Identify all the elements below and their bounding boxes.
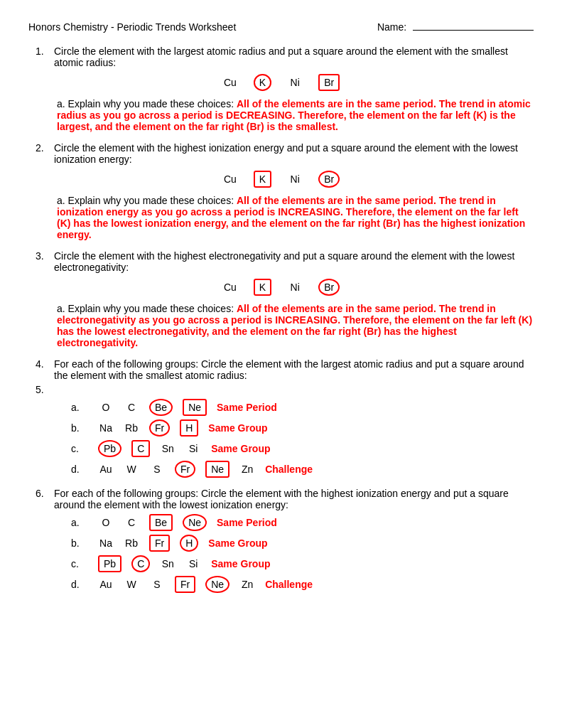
element-row: c.PbCSnSiSame Group [71, 555, 534, 572]
question-block: 2.Circle the element with the highest io… [28, 142, 534, 240]
explain-prefix: Explain why you made these choices: [68, 303, 237, 314]
question-text: Circle the element with the largest atom… [54, 46, 534, 68]
element-symbol: Sn [160, 558, 175, 569]
element-symbol: Ne [205, 461, 229, 478]
element-symbol: O [98, 517, 114, 528]
question-text: Circle the element with the highest ioni… [54, 142, 534, 165]
worksheet-title: Honors Chemistry - Periodic Trends Works… [28, 21, 236, 33]
element-symbol: Fr [175, 461, 195, 478]
element-symbol: Ne [183, 514, 207, 531]
element-symbol: Si [185, 443, 201, 454]
element-symbol: W [124, 464, 139, 475]
header: Honors Chemistry - Periodic Trends Works… [28, 21, 534, 33]
row-letter: a. [71, 402, 88, 413]
element-symbol: Br [318, 74, 340, 91]
question-block: 6.For each of the following groups: Circ… [28, 488, 534, 593]
question-block: 3.Circle the element with the highest el… [28, 250, 534, 348]
question-row: 2.Circle the element with the highest io… [28, 142, 534, 165]
row-letter: d. [71, 464, 88, 475]
row-label: Same Group [211, 443, 270, 454]
row-label: Same Group [208, 422, 267, 434]
question-block: 1.Circle the element with the largest at… [28, 46, 534, 132]
element-symbol: S [149, 464, 165, 475]
row-label: Challenge [265, 464, 313, 475]
element-row: a.OCBeNeSame Period [71, 399, 534, 416]
explain-label: a. [57, 195, 68, 206]
element-symbol: K [254, 171, 271, 188]
question-number: 1. [36, 46, 50, 68]
element-symbol: Rb [124, 422, 139, 434]
element-symbol: Zn [239, 579, 255, 590]
elements-row: CuKNiBr [28, 279, 534, 296]
element-symbol: Ni [287, 282, 303, 293]
row-letter: a. [71, 517, 88, 528]
element-symbol: Cu [222, 173, 238, 185]
element-symbol: C [124, 517, 139, 528]
row-letter: c. [71, 443, 88, 454]
row-label: Same Period [217, 402, 277, 413]
element-row: d.AuWSFrNeZnChallenge [71, 576, 534, 593]
element-symbol: H [180, 419, 198, 437]
element-symbol: S [149, 579, 165, 590]
element-symbol: Fr [149, 535, 170, 552]
explain-block: a. Explain why you made these choices: A… [28, 98, 534, 132]
element-symbol: Pb [98, 555, 121, 572]
element-symbol: Be [149, 514, 173, 531]
question-block: 4.For each of the following groups: Circ… [28, 358, 534, 478]
question-number: 3. [36, 250, 50, 273]
element-symbol: Fr [149, 419, 170, 437]
element-symbol: C [131, 440, 150, 457]
explain-prefix: Explain why you made these choices: [68, 195, 237, 206]
question-text: For each of the following groups: Circle… [54, 358, 534, 381]
explain-block: a. Explain why you made these choices: A… [28, 195, 534, 240]
element-symbol: W [124, 579, 139, 590]
element-symbol: Rb [124, 537, 139, 549]
row-letter: d. [71, 579, 88, 590]
element-symbol: C [124, 402, 139, 413]
element-symbol: Ni [287, 77, 303, 88]
explain-label: a. [57, 98, 68, 109]
element-row: b.NaRbFrHSame Group [71, 419, 534, 437]
element-symbol: Au [98, 464, 114, 475]
element-row: b.NaRbFrHSame Group [71, 535, 534, 552]
element-symbol: Na [98, 537, 114, 549]
element-symbol: Ni [287, 173, 303, 185]
element-symbol: Be [149, 399, 173, 416]
element-symbol: H [180, 535, 198, 552]
row-letter: b. [71, 422, 88, 434]
element-row: c.PbCSnSiSame Group [71, 440, 534, 457]
question-row: 4.For each of the following groups: Circ… [28, 358, 534, 381]
question-text: Circle the element with the highest elec… [54, 250, 534, 273]
row-letter: c. [71, 558, 88, 569]
question-number-5: 5. [28, 384, 534, 395]
element-symbol: Fr [175, 576, 195, 593]
question-number: 4. [36, 358, 50, 381]
element-symbol: Br [318, 279, 340, 296]
element-symbol: Cu [222, 77, 238, 88]
explain-block: a. Explain why you made these choices: A… [28, 303, 534, 348]
row-label: Same Group [208, 537, 267, 549]
element-row: a.OCBeNeSame Period [71, 514, 534, 531]
elements-row: CuKNiBr [28, 74, 534, 91]
explain-prefix: Explain why you made these choices: [68, 98, 237, 109]
explain-label: a. [57, 303, 68, 314]
element-symbol: Br [318, 171, 340, 188]
element-symbol: K [254, 279, 271, 296]
element-symbol: Au [98, 579, 114, 590]
elements-row: CuKNiBr [28, 171, 534, 188]
element-symbol: Ne [183, 399, 207, 416]
element-row: d.AuWSFrNeZnChallenge [71, 461, 534, 478]
name-underline [413, 30, 534, 31]
element-symbol: Ne [205, 576, 229, 593]
question-text: For each of the following groups: Circle… [54, 488, 534, 510]
name-label: Name: [377, 21, 406, 33]
question-number: 2. [36, 142, 50, 165]
element-symbol: Na [98, 422, 114, 434]
question-row: 3.Circle the element with the highest el… [28, 250, 534, 273]
question-row: 6.For each of the following groups: Circ… [28, 488, 534, 510]
element-symbol: Sn [160, 443, 175, 454]
element-symbol: Cu [222, 282, 238, 293]
name-field: Name: [377, 21, 534, 33]
element-symbol: O [98, 402, 114, 413]
question-number: 6. [36, 488, 50, 510]
